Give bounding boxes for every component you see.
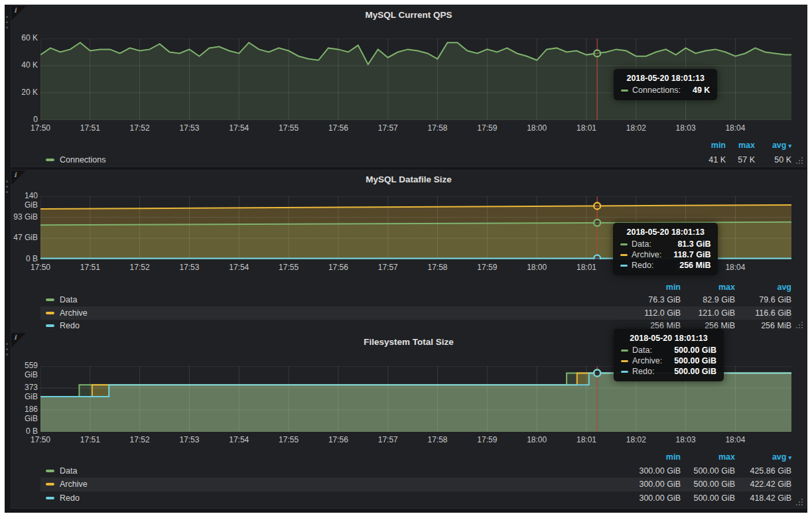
x-tick-label: 17:59 (471, 263, 503, 272)
x-tick-label: 17:58 (422, 123, 454, 133)
x-tick-label: 18:04 (719, 435, 751, 444)
legend-series-name: Connections (60, 155, 106, 164)
panel-resize-handle[interactable] (795, 157, 804, 165)
sort-caret-icon: ▾ (788, 454, 791, 461)
row-drag-handle[interactable] (6, 16, 8, 18)
legend-series-toggle[interactable]: Data (40, 295, 626, 304)
tooltip-series-label: Redo: (632, 367, 654, 376)
legend-mysql-current-qps: minmaxavg▾Connections41 K57 K50 K (40, 138, 791, 167)
legend-header-row: minmaxavg▾ (40, 138, 791, 153)
panel-resize-handle[interactable] (795, 321, 804, 330)
tooltip-series-dash (621, 360, 628, 362)
legend-stat-value: 500.00 GiB (681, 466, 735, 476)
legend-stat-value: 57 K (726, 155, 755, 164)
legend-series-name: Redo (60, 493, 80, 503)
legend-series-name: Data (60, 466, 77, 476)
legend-header-min[interactable]: min (626, 283, 681, 292)
x-tick-label: 17:59 (471, 435, 503, 444)
tooltip-series-label: Data: (632, 239, 651, 249)
x-tick-label: 17:50 (25, 435, 56, 444)
legend-header-avg[interactable]: avg▾ (755, 141, 791, 150)
x-tick-label: 18:04 (719, 263, 751, 272)
tooltip-series-label: Connections: (632, 86, 681, 95)
legend-stat-value: 41 K (689, 155, 726, 164)
tooltip-series-row: Archive:118.7 GiB (620, 250, 710, 259)
legend-color-swatch (46, 497, 54, 499)
legend-stat-value: 425.86 GiB (735, 466, 791, 476)
legend-color-swatch (46, 483, 54, 486)
y-tick-label: 20 K (11, 88, 38, 97)
grafana-dashboard: i MySQL Current QPS 020 K40 K60 K 17:501… (0, 0, 812, 520)
x-tick-label: 18:02 (620, 435, 652, 444)
legend-header-label: max (718, 452, 735, 462)
legend-color-swatch (46, 298, 54, 301)
legend-stat-value: 300.00 GiB (626, 466, 681, 476)
legend-color-swatch (46, 324, 54, 327)
tooltip-timestamp: 2018-05-20 18:01:13 (620, 228, 710, 237)
row-drag-handle[interactable] (6, 343, 8, 345)
legend-series-toggle[interactable]: Redo (40, 321, 626, 330)
x-tick-label: 17:51 (74, 435, 106, 444)
legend-header-label: max (718, 283, 735, 292)
tooltip-series-label: Data: (632, 346, 652, 355)
x-tick-label: 17:54 (223, 435, 255, 444)
legend-color-swatch (46, 470, 54, 472)
legend-row-data: Data300.00 GiB500.00 GiB425.86 GiB (40, 464, 791, 478)
legend-header-max[interactable]: max (681, 452, 735, 462)
legend-row-archive: Archive300.00 GiB500.00 GiB422.42 GiB (40, 478, 791, 491)
tooltip-series-dash (620, 254, 628, 256)
x-tick-label: 18:00 (521, 435, 553, 444)
legend-row-data: Data76.3 GiB82.9 GiB79.6 GiB (40, 294, 791, 307)
tooltip-series-label: Redo: (632, 261, 653, 270)
tooltip-series-row: Redo:500.00 GiB (621, 367, 716, 376)
x-tick-label: 17:52 (124, 263, 156, 272)
legend-header-avg[interactable]: avg (735, 283, 791, 292)
y-tick-label: 0 B (11, 426, 38, 436)
x-tick-label: 17:54 (223, 123, 255, 133)
legend-header-avg[interactable]: avg▾ (735, 452, 791, 462)
y-tick-label: 40 K (11, 60, 38, 70)
x-tick-label: 17:59 (471, 123, 503, 133)
panel-title[interactable]: MySQL Current QPS (11, 10, 806, 20)
y-tick-label: 60 K (11, 33, 38, 42)
legend-series-name: Redo (60, 321, 80, 330)
legend-series-toggle[interactable]: Connections (40, 155, 689, 164)
legend-header-row: minmaxavg▾ (40, 450, 791, 464)
tooltip-series-row: Redo:256 MiB (620, 261, 710, 270)
legend-series-name: Archive (60, 480, 88, 489)
x-tick-label: 17:52 (124, 435, 156, 444)
legend-series-toggle[interactable]: Archive (40, 308, 626, 318)
tooltip-series-value: 500.00 GiB (662, 367, 716, 376)
legend-series-name: Data (60, 295, 77, 304)
y-tick-label: 140 GiB (11, 191, 38, 210)
tooltip-series-value: 118.7 GiB (661, 250, 710, 259)
x-tick-label: 17:50 (25, 263, 56, 272)
row-drag-handle[interactable] (6, 180, 8, 182)
tooltip-series-row: Data:81.3 GiB (620, 239, 710, 249)
legend-header-min[interactable]: min (626, 452, 681, 462)
tooltip-series-label: Archive: (632, 250, 661, 259)
tooltip-series-value: 500.00 GiB (662, 346, 716, 355)
legend-series-toggle[interactable]: Data (40, 466, 626, 476)
tooltip-series-value: 81.3 GiB (665, 239, 710, 249)
legend-header-min[interactable]: min (689, 141, 726, 150)
legend-header-label: avg (772, 452, 787, 462)
legend-row-redo: Redo300.00 GiB500.00 GiB418.42 GiB (40, 491, 791, 505)
y-tick-label: 0 B (11, 254, 38, 263)
x-tick-label: 17:50 (25, 123, 56, 133)
legend-header-max[interactable]: max (681, 283, 735, 292)
panel-resize-handle[interactable] (795, 498, 804, 507)
x-tick-label: 18:00 (521, 123, 553, 133)
panel-title[interactable]: MySQL Datafile Size (11, 174, 806, 184)
x-tick-label: 17:54 (223, 263, 255, 272)
x-tick-label: 17:55 (273, 435, 304, 444)
x-tick-label: 17:51 (74, 123, 106, 133)
legend-series-toggle[interactable]: Archive (40, 480, 626, 489)
legend-series-toggle[interactable]: Redo (40, 493, 626, 503)
legend-stat-value: 422.42 GiB (735, 480, 791, 489)
legend-header-max[interactable]: max (726, 141, 755, 150)
y-tick-label: 47 GiB (11, 233, 38, 242)
legend-stat-value: 121.0 GiB (681, 308, 735, 318)
x-tick-label: 18:03 (670, 123, 702, 133)
legend-row-archive: Archive112.0 GiB121.0 GiB116.6 GiB (40, 306, 791, 320)
